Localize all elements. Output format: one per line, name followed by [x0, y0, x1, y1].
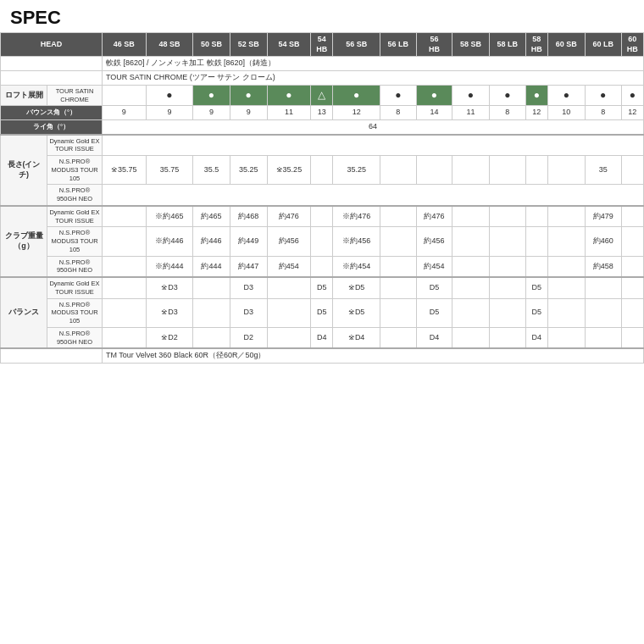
bounce-14: 12 — [621, 106, 643, 120]
page-title: SPEC — [0, 0, 644, 32]
loft-col13: ● — [585, 85, 621, 106]
bounce-row: バウンス角（°） 9 9 9 9 11 13 12 8 14 11 8 12 1… — [1, 106, 644, 120]
len2-14 — [621, 156, 643, 185]
col-header-2: 50 SB — [193, 33, 230, 57]
bal3-5: D4 — [311, 327, 333, 348]
wt1-9 — [452, 206, 490, 227]
grip-label: グリップ — [1, 348, 103, 363]
weight-row3-label: N.S.PRO® 950GH NEO — [47, 256, 103, 277]
loft-col11: ● — [525, 85, 547, 106]
len2-8 — [416, 156, 452, 185]
wt2-7 — [380, 227, 416, 256]
bal3-9 — [452, 327, 490, 348]
loft-col2: ● — [193, 85, 230, 106]
col-header-0: 46 SB — [103, 33, 147, 57]
bal1-1: ※D3 — [146, 277, 192, 298]
col-header-11: 58HB — [525, 33, 547, 57]
bal2-1: ※D3 — [146, 298, 192, 327]
wt2-13: 約460 — [585, 227, 621, 256]
weight-row2: N.S.PRO® MODUS3 TOUR 105 ※約446 約446 約449… — [1, 227, 644, 256]
bal2-14 — [621, 298, 643, 327]
weight-row1-label: Dynamic Gold EX TOUR ISSUE — [47, 206, 103, 227]
col-header-1: 48 SB — [146, 33, 192, 57]
wt1-13: 約479 — [585, 206, 621, 227]
wt1-3: 約468 — [230, 206, 267, 227]
balance-row3: N.S.PRO® 950GH NEO ※D2 D2 D4 ※D4 D4 D4 — [1, 327, 644, 348]
bal2-13 — [585, 298, 621, 327]
bal2-0 — [103, 298, 147, 327]
wt1-7 — [380, 206, 416, 227]
wt3-14 — [621, 256, 643, 277]
wt3-6: ※約454 — [333, 256, 380, 277]
col-header-5: 54HB — [311, 33, 333, 57]
loft-row: ロフト展開 TOUR SATIN CHROME ● ● ● ● △ ● ● ● … — [1, 85, 644, 106]
col-header-4: 54 SB — [267, 33, 311, 57]
bal1-7 — [380, 277, 416, 298]
balance-label: バランス — [1, 277, 47, 348]
wt3-4: 約454 — [267, 256, 311, 277]
loft-col4: ● — [267, 85, 311, 106]
bal1-14 — [621, 277, 643, 298]
col-header-3: 52 SB — [230, 33, 267, 57]
len2-12 — [547, 156, 585, 185]
loft-col6: ● — [333, 85, 380, 106]
col-header-10: 58 LB — [489, 33, 525, 57]
col-header-8: 56HB — [416, 33, 452, 57]
len2-9 — [452, 156, 490, 185]
wt2-4: 約456 — [267, 227, 311, 256]
wt3-11 — [525, 256, 547, 277]
bal2-4 — [267, 298, 311, 327]
wt3-5 — [311, 256, 333, 277]
bounce-1: 9 — [146, 106, 192, 120]
bal2-8: D5 — [416, 298, 452, 327]
bounce-8: 14 — [416, 106, 452, 120]
wt2-6: ※約456 — [333, 227, 380, 256]
bounce-13: 8 — [585, 106, 621, 120]
bounce-4: 11 — [267, 106, 311, 120]
bal1-0 — [103, 277, 147, 298]
bal3-11: D4 — [525, 327, 547, 348]
len2-2: 35.5 — [193, 156, 230, 185]
bal2-5: D5 — [311, 298, 333, 327]
wt1-5 — [311, 206, 333, 227]
grip-row: グリップ TM Tour Velvet 360 Black 60R（径60R／5… — [1, 348, 644, 363]
bal1-4 — [267, 277, 311, 298]
wt2-2: 約446 — [193, 227, 230, 256]
wt2-9 — [452, 227, 490, 256]
bal3-3: D2 — [230, 327, 267, 348]
bal1-9 — [452, 277, 490, 298]
bounce-7: 8 — [380, 106, 416, 120]
loft-label: ロフト展開 — [1, 85, 47, 106]
wt2-11 — [525, 227, 547, 256]
bal2-9 — [452, 298, 490, 327]
length-row2: N.S.PRO® MODUS3 TOUR 105 ※35.75 35.75 35… — [1, 156, 644, 185]
wt2-10 — [489, 227, 525, 256]
wt2-5 — [311, 227, 333, 256]
grip-value: TM Tour Velvet 360 Black 60R（径60R／50g） — [103, 348, 644, 363]
bal2-7 — [380, 298, 416, 327]
loft-col0 — [103, 85, 147, 106]
wt2-0 — [103, 227, 147, 256]
bounce-label: バウンス角（°） — [1, 106, 103, 120]
col-header-6: 56 SB — [333, 33, 380, 57]
col-header-9: 58 SB — [452, 33, 490, 57]
length-row1-empty — [103, 135, 644, 156]
wt3-9 — [452, 256, 490, 277]
wt3-8: 約454 — [416, 256, 452, 277]
loft-col3: ● — [230, 85, 267, 106]
bal3-8: D4 — [416, 327, 452, 348]
weight-row3: N.S.PRO® 950GH NEO ※約444 約444 約447 約454 … — [1, 256, 644, 277]
bounce-0: 9 — [103, 106, 147, 120]
col-header-12: 60 SB — [547, 33, 585, 57]
bal1-11: D5 — [525, 277, 547, 298]
wt1-4: 約476 — [267, 206, 311, 227]
loft-col1: ● — [146, 85, 192, 106]
lie-value: 64 — [103, 119, 644, 134]
wt1-8: 約476 — [416, 206, 452, 227]
length-row1: 長さ(インチ) Dynamic Gold EX TOUR ISSUE — [1, 135, 644, 156]
weight-row2-label: N.S.PRO® MODUS3 TOUR 105 — [47, 227, 103, 256]
bal1-3: D3 — [230, 277, 267, 298]
bal1-12 — [547, 277, 585, 298]
bal2-10 — [489, 298, 525, 327]
len2-6: 35.25 — [333, 156, 380, 185]
